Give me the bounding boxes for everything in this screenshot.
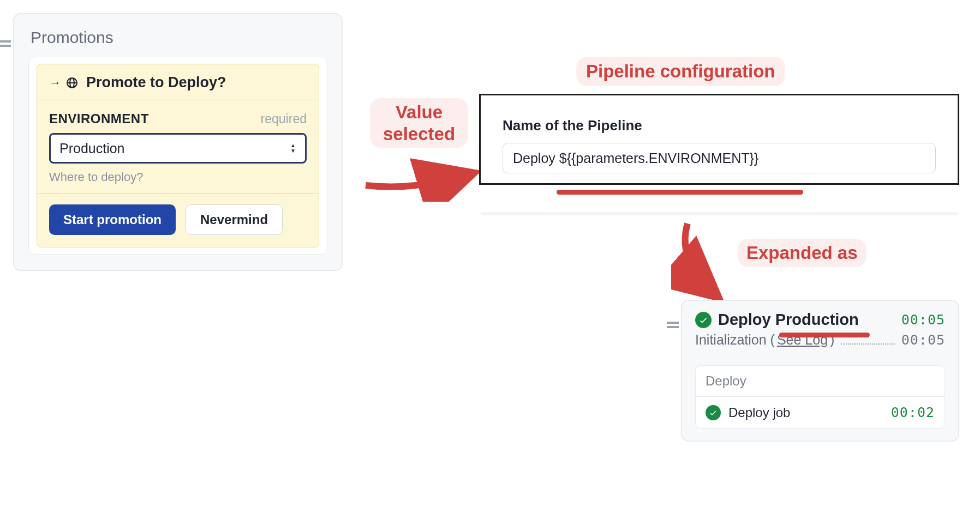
check-icon [706, 405, 721, 420]
connector-stub [667, 322, 679, 324]
annotation-expanded-as: Expanded as [738, 239, 867, 267]
pipeline-result-time: 00:05 [901, 312, 945, 328]
connector-stub [667, 326, 679, 328]
promotion-title: Promote to Deploy? [86, 74, 226, 91]
environment-label: ENVIRONMENT [49, 111, 149, 126]
dotted-separator [841, 343, 894, 345]
decorative-shadow [481, 213, 958, 216]
block-name: Deploy [696, 366, 945, 397]
pipeline-result-header: Deploy Production 00:05 [695, 311, 945, 329]
promotion-header: → Promote to Deploy? [37, 64, 319, 100]
annotation-value-selected: Value selected [370, 98, 468, 148]
pipeline-result-title: Deploy Production [718, 311, 895, 329]
job-name: Deploy job [728, 405, 883, 420]
annotation-underline [779, 333, 870, 337]
pipeline-name-value: Deploy ${{parameters.ENVIRONMENT}} [513, 150, 758, 166]
arrow-icon [671, 218, 737, 305]
environment-selected-value: Production [59, 141, 125, 156]
arrow-right-icon: → [49, 76, 61, 90]
promotion-actions: Start promotion Nevermind [37, 194, 319, 247]
connector-stub [0, 45, 11, 47]
promotion-form: → Promote to Deploy? ENVIRONMENT require… [37, 64, 319, 248]
arrow-icon [360, 158, 486, 202]
initialization-label-prefix: Initialization ( [695, 332, 775, 348]
start-promotion-button[interactable]: Start promotion [49, 204, 176, 235]
nevermind-button[interactable]: Nevermind [186, 204, 283, 235]
check-icon [695, 312, 712, 328]
promotions-panel: Promotions → Promote to Deploy? ENVIRONM… [13, 13, 343, 271]
required-badge: required [261, 112, 307, 126]
annotation-underline [557, 190, 803, 195]
pipeline-name-input[interactable]: Deploy ${{parameters.ENVIRONMENT}} [503, 143, 936, 173]
environment-help-text: Where to deploy? [49, 170, 307, 184]
pipeline-config-box: Name of the Pipeline Deploy ${{parameter… [479, 94, 959, 185]
globe-icon [65, 76, 79, 89]
promotions-panel-title: Promotions [31, 28, 325, 47]
annotation-pipeline-config: Pipeline configuration [576, 57, 785, 86]
job-row[interactable]: Deploy job 00:02 [696, 397, 945, 428]
environment-select[interactable]: Production ▲ ▼ [49, 133, 307, 164]
pipeline-name-label: Name of the Pipeline [503, 117, 936, 134]
select-caret-icon: ▲ ▼ [290, 143, 296, 153]
connector-stub [0, 40, 11, 43]
pipeline-result-panel: Deploy Production 00:05 Initialization (… [681, 300, 959, 442]
promotion-body: ENVIRONMENT required Production ▲ ▼ Wher… [37, 100, 319, 194]
job-time: 00:02 [891, 405, 935, 420]
initialization-time: 00:05 [901, 332, 945, 348]
block-list: Deploy Deploy job 00:02 [695, 365, 945, 429]
promotion-card: → Promote to Deploy? ENVIRONMENT require… [28, 57, 327, 255]
